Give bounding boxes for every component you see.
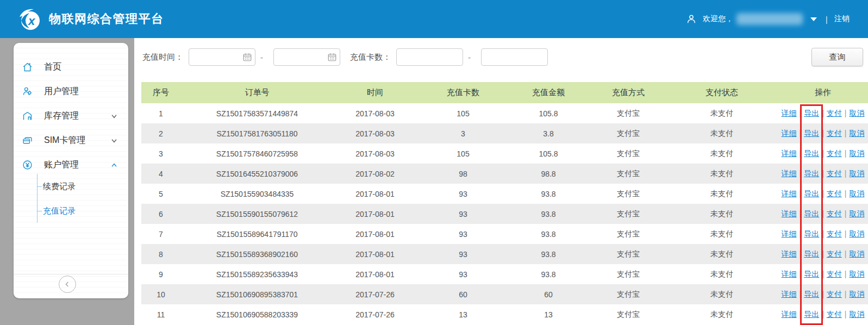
pay-link[interactable]: 支付 <box>827 209 842 218</box>
chevron-up-icon <box>110 161 118 170</box>
detail-link[interactable]: 详细 <box>782 310 797 318</box>
records-table: 序号订单号时间充值卡数充值金额充值方式支付状态操作 1SZ15017583571… <box>141 82 868 324</box>
action-separator: | <box>822 109 824 117</box>
sidebar-menu: 首页 用户管理 <box>14 43 128 177</box>
table-row: 7SZ150155896417911702017-08-019393.8支付宝未… <box>141 224 868 244</box>
cancel-link[interactable]: 取消 <box>849 249 864 258</box>
chevron-down-icon <box>110 136 118 145</box>
sidebar-item-renewal-records[interactable]: 续费记录 <box>38 174 76 198</box>
export-link[interactable]: 导出 <box>804 270 819 278</box>
search-button[interactable]: 查询 <box>811 48 863 66</box>
export-link[interactable]: 导出 <box>804 249 819 258</box>
cell-method: 支付宝 <box>587 123 670 143</box>
welcome-text: 欢迎您， <box>703 14 733 24</box>
pay-link[interactable]: 支付 <box>827 189 842 198</box>
cancel-link[interactable]: 取消 <box>849 129 864 138</box>
table-row: 5SZ1501559034843352017-08-019393.8支付宝未支付… <box>141 184 868 204</box>
cell-status: 未支付 <box>670 184 774 204</box>
pay-link[interactable]: 支付 <box>827 290 842 298</box>
cell-date: 2017-08-03 <box>334 123 416 143</box>
cell-date: 2017-08-01 <box>334 184 416 204</box>
export-link[interactable]: 导出 <box>804 209 819 218</box>
cell-status: 未支付 <box>670 143 774 164</box>
export-link[interactable]: 导出 <box>804 129 819 138</box>
action-separator: | <box>822 249 824 258</box>
logout-link[interactable]: 注销 <box>834 14 850 24</box>
column-header: 订单号 <box>180 82 334 103</box>
recharge-time-label: 充值时间： <box>142 52 183 62</box>
detail-link[interactable]: 详细 <box>782 249 797 258</box>
sidebar-collapse-button[interactable] <box>59 276 76 293</box>
action-separator: | <box>800 129 802 138</box>
cell-status: 未支付 <box>670 284 774 304</box>
column-header: 充值金额 <box>510 82 587 103</box>
table-row: 10SZ150106908953837012017-07-266060支付宝未支… <box>141 284 868 304</box>
cell-actions: 详细|导出|支付|取消 <box>774 123 868 143</box>
detail-link[interactable]: 详细 <box>782 229 797 238</box>
detail-link[interactable]: 详细 <box>782 129 797 138</box>
cancel-link[interactable]: 取消 <box>849 209 864 218</box>
cell-status: 未支付 <box>670 264 774 284</box>
export-link[interactable]: 导出 <box>804 310 819 318</box>
export-link[interactable]: 导出 <box>804 189 819 198</box>
date-to-input[interactable] <box>273 48 340 66</box>
detail-link[interactable]: 详细 <box>782 270 797 278</box>
cell-date: 2017-07-26 <box>334 284 416 304</box>
export-link[interactable]: 导出 <box>804 109 819 117</box>
cancel-link[interactable]: 取消 <box>849 229 864 238</box>
cancel-link[interactable]: 取消 <box>849 189 864 198</box>
detail-link[interactable]: 详细 <box>782 149 797 158</box>
cell-order: SZ15010690588203339 <box>180 304 334 324</box>
card-count-to-input[interactable] <box>481 48 548 66</box>
pay-link[interactable]: 支付 <box>827 229 842 238</box>
caret-down-icon[interactable] <box>810 17 817 21</box>
detail-link[interactable]: 详细 <box>782 169 797 178</box>
cell-amount: 93.8 <box>510 204 587 224</box>
cancel-link[interactable]: 取消 <box>849 149 864 158</box>
action-separator: | <box>845 189 847 198</box>
action-separator: | <box>845 270 847 278</box>
pay-link[interactable]: 支付 <box>827 109 842 117</box>
detail-link[interactable]: 详细 <box>782 209 797 218</box>
action-separator: | <box>822 169 824 178</box>
cell-amount: 3.8 <box>510 123 587 143</box>
cancel-link[interactable]: 取消 <box>849 169 864 178</box>
cancel-link[interactable]: 取消 <box>849 109 864 117</box>
sidebar-item-recharge-records[interactable]: 充值记录 <box>38 198 76 223</box>
cell-date: 2017-08-03 <box>334 103 416 123</box>
cell-status: 未支付 <box>670 103 774 123</box>
cancel-link[interactable]: 取消 <box>849 310 864 318</box>
sidebar-item-inventory-management[interactable]: 库存管理 <box>14 104 128 128</box>
sidebar-item-user-management[interactable]: 用户管理 <box>14 79 128 104</box>
date-from-field-wrap <box>189 48 255 66</box>
cancel-link[interactable]: 取消 <box>849 270 864 278</box>
cancel-link[interactable]: 取消 <box>849 290 864 298</box>
cell-no: 5 <box>141 184 180 204</box>
detail-link[interactable]: 详细 <box>782 109 797 117</box>
table-row: 4SZ150164552103790062017-08-029898.8支付宝未… <box>141 164 868 184</box>
pay-link[interactable]: 支付 <box>827 169 842 178</box>
date-from-input[interactable] <box>189 48 255 66</box>
card-count-from-input[interactable] <box>396 48 463 66</box>
cell-date: 2017-08-01 <box>334 264 416 284</box>
cell-cards: 93 <box>416 184 510 204</box>
table-row: 2SZ150175817630511802017-08-0333.8支付宝未支付… <box>141 123 868 143</box>
export-link[interactable]: 导出 <box>804 149 819 158</box>
export-link[interactable]: 导出 <box>804 290 819 298</box>
pay-link[interactable]: 支付 <box>827 149 842 158</box>
sidebar-item-home[interactable]: 首页 <box>14 55 128 79</box>
pay-link[interactable]: 支付 <box>827 270 842 278</box>
action-separator: | <box>800 249 802 258</box>
table-row: 8SZ150155893689021602017-08-019393.8支付宝未… <box>141 244 868 264</box>
cell-method: 支付宝 <box>587 184 670 204</box>
table-row: 6SZ150155901550796122017-08-019393.8支付宝未… <box>141 204 868 224</box>
sidebar-item-sim-management[interactable]: SIM卡管理 <box>14 128 128 153</box>
detail-link[interactable]: 详细 <box>782 290 797 298</box>
column-header: 充值卡数 <box>416 82 510 103</box>
pay-link[interactable]: 支付 <box>827 129 842 138</box>
pay-link[interactable]: 支付 <box>827 310 842 318</box>
detail-link[interactable]: 详细 <box>782 189 797 198</box>
export-link[interactable]: 导出 <box>804 229 819 238</box>
export-link[interactable]: 导出 <box>804 169 819 178</box>
pay-link[interactable]: 支付 <box>827 249 842 258</box>
